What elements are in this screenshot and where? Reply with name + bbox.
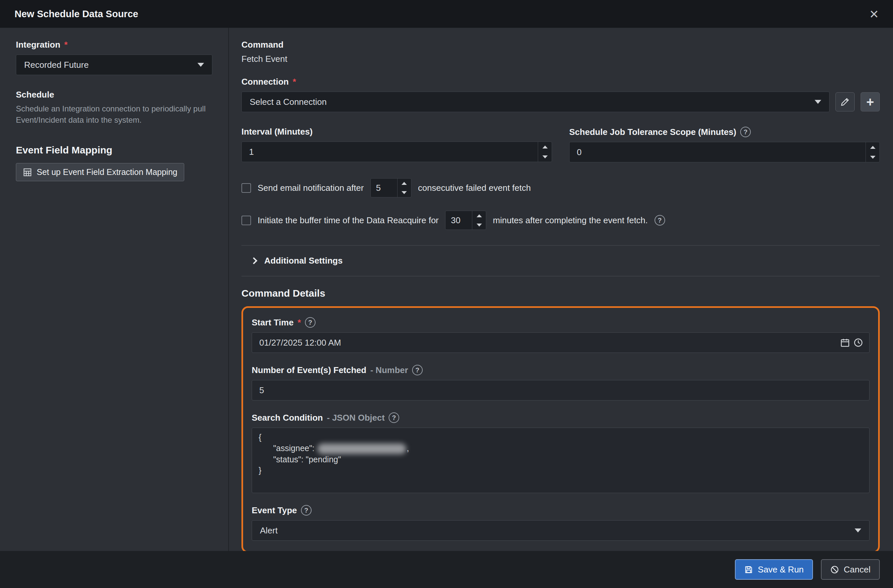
cancel-button[interactable]: Cancel [821,559,880,580]
help-icon[interactable]: ? [412,365,423,375]
pencil-icon [840,97,850,107]
json-line: { [259,432,863,443]
additional-settings-toggle[interactable]: Additional Settings [241,246,880,276]
interval-input[interactable] [242,142,538,162]
stepper-down-icon[interactable] [398,188,411,197]
buffer-time-checkbox[interactable] [241,216,251,225]
interval-label: Interval (Minutes) [241,127,552,137]
stepper-up-icon[interactable] [866,142,879,152]
stepper-down-icon[interactable] [538,152,552,162]
command-value: Fetch Event [241,54,880,64]
modal-header: New Schedule Data Source × [0,0,893,28]
event-type-select[interactable]: Alert [252,520,869,541]
buffer-minutes-stepper [472,211,486,230]
plus-icon: + [866,95,874,108]
command-details-highlight-box: Start Time * ? [241,306,880,553]
modal-footer: Save & Run Cancel [0,551,893,588]
start-time-input[interactable] [252,338,840,348]
cancel-circle-icon [830,565,839,574]
search-condition-textarea[interactable]: { "assignee": , "status": "pending" } [252,428,869,493]
close-icon[interactable]: × [869,6,878,21]
buffer-minutes-field [445,211,486,230]
required-asterisk: * [293,77,296,87]
events-fetched-input[interactable] [252,380,869,400]
email-checkbox-text-prefix: Send email notification after [258,183,364,193]
main-panel: Command Fetch Event Connection * Select … [229,28,893,551]
connection-label: Connection * [241,77,880,87]
schedule-title: Schedule [16,90,212,100]
sidebar: Integration * Recorded Future Schedule S… [0,28,229,551]
json-line: "status": "pending" [259,454,863,465]
events-fetched-type: - Number [370,365,408,375]
events-fetched-label: Number of Event(s) Fetched - Number ? [252,365,869,375]
stepper-up-icon[interactable] [398,179,411,188]
stepper-down-icon[interactable] [866,152,879,162]
email-threshold-input[interactable] [371,179,397,197]
search-condition-label: Search Condition - JSON Object ? [252,412,869,423]
save-and-run-label: Save & Run [758,564,804,575]
buffer-checkbox-text-prefix: Initiate the buffer time of the Data Rea… [258,215,439,226]
save-and-run-button[interactable]: Save & Run [735,559,813,580]
help-icon[interactable]: ? [740,127,751,137]
grid-icon [23,168,32,177]
new-schedule-data-source-modal: New Schedule Data Source × Integration *… [0,0,893,588]
tolerance-input[interactable] [570,142,866,162]
chevron-down-icon [855,528,861,532]
event-type-label: Event Type ? [252,505,869,516]
tolerance-stepper [866,142,879,162]
stepper-down-icon[interactable] [472,220,486,230]
integration-selected-value: Recorded Future [24,60,89,70]
start-time-field [252,332,869,353]
modal-body: Integration * Recorded Future Schedule S… [0,28,893,551]
modal-title: New Schedule Data Source [15,9,138,20]
required-asterisk: * [64,40,68,50]
email-threshold-stepper [397,179,411,197]
search-condition-type: - JSON Object [327,413,385,423]
stepper-up-icon[interactable] [472,211,486,220]
tolerance-label: Schedule Job Tolerance Scope (Minutes) ? [569,127,880,137]
help-icon[interactable]: ? [305,317,316,328]
json-line: } [259,465,863,476]
command-label: Command [241,40,880,50]
connection-selected-value: Select a Connection [250,97,327,107]
setup-field-mapping-label: Set up Event Field Extraction Mapping [37,167,177,177]
connection-select[interactable]: Select a Connection [241,92,830,112]
event-type-selected-value: Alert [260,525,278,536]
help-icon[interactable]: ? [654,215,665,226]
clock-icon[interactable] [853,338,863,347]
start-time-label: Start Time * ? [252,317,869,328]
interval-field [241,141,552,162]
required-asterisk: * [298,317,301,328]
json-line: "assignee": , [259,443,863,454]
tolerance-field [569,142,880,162]
integration-label: Integration * [16,40,212,50]
add-connection-button[interactable]: + [861,92,880,111]
help-icon[interactable]: ? [389,412,399,423]
schedule-description: Schedule an Integration connection to pe… [16,103,212,125]
chevron-right-icon [250,257,257,264]
chevron-down-icon [815,100,821,104]
calendar-icon[interactable] [840,338,850,347]
interval-stepper [538,142,552,162]
help-icon[interactable]: ? [301,505,311,516]
divider [241,276,880,277]
cancel-label: Cancel [844,564,870,575]
buffer-checkbox-text-suffix: minutes after completing the event fetch… [493,215,648,226]
email-threshold-field [370,178,412,197]
buffer-minutes-input[interactable] [445,211,472,230]
email-notification-checkbox[interactable] [241,183,251,193]
integration-select[interactable]: Recorded Future [16,54,212,75]
redacted-value [317,444,406,454]
email-checkbox-text-suffix: consecutive failed event fetch [418,183,531,193]
additional-settings-label: Additional Settings [264,256,343,266]
setup-field-mapping-button[interactable]: Set up Event Field Extraction Mapping [16,163,184,181]
edit-connection-button[interactable] [836,92,855,111]
save-icon [744,565,753,574]
command-details-title: Command Details [241,288,880,299]
chevron-down-icon [197,63,204,67]
event-field-mapping-title: Event Field Mapping [16,144,212,156]
stepper-up-icon[interactable] [538,142,552,152]
